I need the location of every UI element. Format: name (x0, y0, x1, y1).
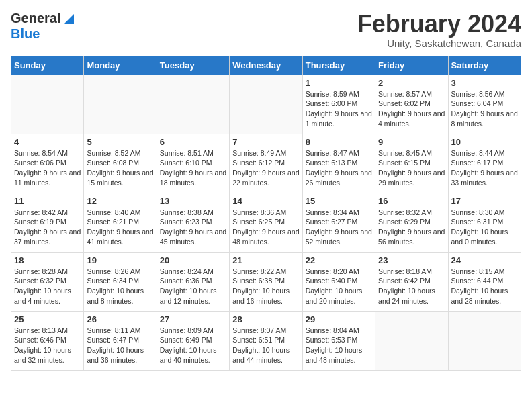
calendar-cell (375, 311, 448, 370)
day-number: 19 (87, 255, 153, 265)
day-number: 12 (87, 196, 153, 206)
day-number: 7 (232, 137, 299, 147)
calendar-cell: 4Sunrise: 8:54 AM Sunset: 6:06 PM Daylig… (11, 134, 84, 193)
day-number: 15 (306, 196, 372, 206)
day-info: Sunrise: 8:42 AM Sunset: 6:19 PM Dayligh… (14, 208, 81, 247)
calendar-week-3: 11Sunrise: 8:42 AM Sunset: 6:19 PM Dayli… (11, 193, 521, 252)
calendar-cell: 24Sunrise: 8:15 AM Sunset: 6:44 PM Dayli… (448, 252, 521, 311)
calendar-cell (448, 311, 521, 370)
day-info: Sunrise: 8:09 AM Sunset: 6:49 PM Dayligh… (160, 326, 226, 365)
calendar-cell (157, 75, 229, 134)
day-number: 17 (451, 196, 518, 206)
logo-general: General (11, 11, 60, 26)
day-info: Sunrise: 8:56 AM Sunset: 6:04 PM Dayligh… (451, 89, 518, 129)
day-info: Sunrise: 8:32 AM Sunset: 6:29 PM Dayligh… (378, 208, 445, 247)
day-info: Sunrise: 8:26 AM Sunset: 6:34 PM Dayligh… (87, 267, 153, 306)
calendar-cell: 16Sunrise: 8:32 AM Sunset: 6:29 PM Dayli… (375, 193, 448, 252)
day-number: 28 (232, 314, 299, 324)
logo-blue: Blue (11, 26, 40, 41)
calendar-header-row: SundayMondayTuesdayWednesdayThursdayFrid… (11, 56, 521, 75)
day-info: Sunrise: 8:44 AM Sunset: 6:17 PM Dayligh… (451, 148, 518, 188)
day-number: 11 (14, 196, 81, 206)
day-number: 13 (160, 196, 226, 206)
calendar-cell: 20Sunrise: 8:24 AM Sunset: 6:36 PM Dayli… (157, 252, 229, 311)
day-number: 8 (306, 137, 372, 147)
calendar-cell: 23Sunrise: 8:18 AM Sunset: 6:42 PM Dayli… (375, 252, 448, 311)
calendar-cell: 2Sunrise: 8:57 AM Sunset: 6:02 PM Daylig… (375, 75, 448, 134)
day-info: Sunrise: 8:04 AM Sunset: 6:53 PM Dayligh… (306, 326, 372, 365)
calendar-header-tuesday: Tuesday (157, 56, 229, 75)
day-info: Sunrise: 8:24 AM Sunset: 6:36 PM Dayligh… (160, 267, 226, 306)
calendar-cell: 6Sunrise: 8:51 AM Sunset: 6:10 PM Daylig… (157, 134, 229, 193)
day-number: 9 (378, 137, 445, 147)
day-info: Sunrise: 8:30 AM Sunset: 6:31 PM Dayligh… (451, 208, 518, 247)
day-info: Sunrise: 8:59 AM Sunset: 6:00 PM Dayligh… (306, 89, 372, 129)
calendar-cell: 12Sunrise: 8:40 AM Sunset: 6:21 PM Dayli… (84, 193, 157, 252)
day-number: 21 (232, 255, 299, 265)
day-info: Sunrise: 8:45 AM Sunset: 6:15 PM Dayligh… (378, 148, 445, 188)
day-number: 26 (87, 314, 153, 324)
day-info: Sunrise: 8:13 AM Sunset: 6:46 PM Dayligh… (14, 326, 81, 365)
day-info: Sunrise: 8:52 AM Sunset: 6:08 PM Dayligh… (87, 148, 153, 188)
day-info: Sunrise: 8:54 AM Sunset: 6:06 PM Dayligh… (14, 148, 81, 188)
day-number: 20 (160, 255, 226, 265)
day-info: Sunrise: 8:20 AM Sunset: 6:40 PM Dayligh… (306, 267, 372, 306)
calendar-cell: 15Sunrise: 8:34 AM Sunset: 6:27 PM Dayli… (302, 193, 375, 252)
month-year-title: February 2024 (357, 11, 521, 38)
calendar-cell: 29Sunrise: 8:04 AM Sunset: 6:53 PM Dayli… (302, 311, 375, 370)
calendar-header-saturday: Saturday (448, 56, 521, 75)
calendar-cell: 18Sunrise: 8:28 AM Sunset: 6:32 PM Dayli… (11, 252, 84, 311)
day-info: Sunrise: 8:18 AM Sunset: 6:42 PM Dayligh… (378, 267, 445, 306)
day-info: Sunrise: 8:57 AM Sunset: 6:02 PM Dayligh… (378, 89, 445, 129)
day-number: 18 (14, 255, 81, 265)
calendar-body: 1Sunrise: 8:59 AM Sunset: 6:00 PM Daylig… (11, 75, 521, 370)
svg-marker-0 (64, 14, 74, 24)
day-info: Sunrise: 8:07 AM Sunset: 6:51 PM Dayligh… (232, 326, 299, 365)
day-number: 3 (451, 78, 518, 88)
calendar-cell: 21Sunrise: 8:22 AM Sunset: 6:38 PM Dayli… (230, 252, 302, 311)
calendar-header-friday: Friday (375, 56, 448, 75)
calendar-cell: 25Sunrise: 8:13 AM Sunset: 6:46 PM Dayli… (11, 311, 84, 370)
calendar-cell: 27Sunrise: 8:09 AM Sunset: 6:49 PM Dayli… (157, 311, 229, 370)
calendar-cell: 28Sunrise: 8:07 AM Sunset: 6:51 PM Dayli… (230, 311, 302, 370)
header: General Blue February 2024 Unity, Saskat… (11, 11, 521, 49)
day-info: Sunrise: 8:36 AM Sunset: 6:25 PM Dayligh… (232, 208, 299, 247)
calendar-cell: 9Sunrise: 8:45 AM Sunset: 6:15 PM Daylig… (375, 134, 448, 193)
day-info: Sunrise: 8:49 AM Sunset: 6:12 PM Dayligh… (232, 148, 299, 188)
calendar-cell (84, 75, 157, 134)
calendar-cell: 14Sunrise: 8:36 AM Sunset: 6:25 PM Dayli… (230, 193, 302, 252)
day-number: 27 (160, 314, 226, 324)
calendar-cell: 26Sunrise: 8:11 AM Sunset: 6:47 PM Dayli… (84, 311, 157, 370)
day-number: 22 (306, 255, 372, 265)
day-info: Sunrise: 8:11 AM Sunset: 6:47 PM Dayligh… (87, 326, 153, 365)
calendar-table: SundayMondayTuesdayWednesdayThursdayFrid… (11, 56, 521, 371)
calendar-cell: 22Sunrise: 8:20 AM Sunset: 6:40 PM Dayli… (302, 252, 375, 311)
calendar-cell: 13Sunrise: 8:38 AM Sunset: 6:23 PM Dayli… (157, 193, 229, 252)
day-number: 14 (232, 196, 299, 206)
calendar-cell (11, 75, 84, 134)
calendar-cell: 8Sunrise: 8:47 AM Sunset: 6:13 PM Daylig… (302, 134, 375, 193)
day-number: 29 (306, 314, 372, 324)
day-number: 5 (87, 137, 153, 147)
day-number: 4 (14, 137, 81, 147)
calendar-header-wednesday: Wednesday (230, 56, 302, 75)
calendar-cell (230, 75, 302, 134)
day-number: 6 (160, 137, 226, 147)
day-info: Sunrise: 8:38 AM Sunset: 6:23 PM Dayligh… (160, 208, 226, 247)
calendar-header-monday: Monday (84, 56, 157, 75)
day-number: 24 (451, 255, 518, 265)
calendar-cell: 19Sunrise: 8:26 AM Sunset: 6:34 PM Dayli… (84, 252, 157, 311)
day-number: 1 (306, 78, 372, 88)
day-info: Sunrise: 8:40 AM Sunset: 6:21 PM Dayligh… (87, 208, 153, 247)
calendar-header-sunday: Sunday (11, 56, 84, 75)
day-info: Sunrise: 8:15 AM Sunset: 6:44 PM Dayligh… (451, 267, 518, 306)
location-subtitle: Unity, Saskatchewan, Canada (357, 38, 521, 49)
calendar-week-5: 25Sunrise: 8:13 AM Sunset: 6:46 PM Dayli… (11, 311, 521, 370)
calendar-cell: 7Sunrise: 8:49 AM Sunset: 6:12 PM Daylig… (230, 134, 302, 193)
calendar-cell: 10Sunrise: 8:44 AM Sunset: 6:17 PM Dayli… (448, 134, 521, 193)
calendar-cell: 11Sunrise: 8:42 AM Sunset: 6:19 PM Dayli… (11, 193, 84, 252)
day-number: 10 (451, 137, 518, 147)
title-area: February 2024 Unity, Saskatchewan, Canad… (357, 11, 521, 49)
day-number: 16 (378, 196, 445, 206)
calendar-cell: 5Sunrise: 8:52 AM Sunset: 6:08 PM Daylig… (84, 134, 157, 193)
